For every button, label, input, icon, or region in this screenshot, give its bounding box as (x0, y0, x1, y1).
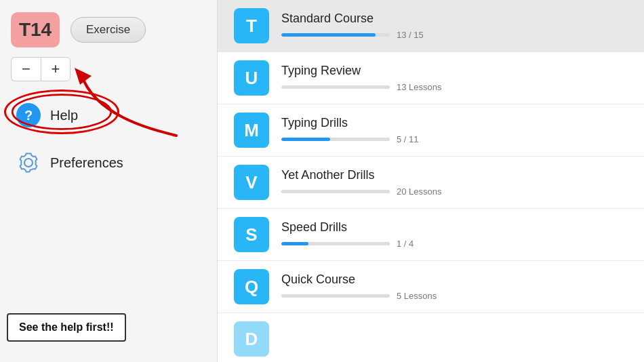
course-name: Quick Course (281, 273, 628, 287)
course-info: Speed Drills1 / 4 (281, 220, 628, 249)
course-info: Quick Course5 Lessons (281, 273, 628, 301)
course-info: Yet Another Drills20 Lessons (281, 168, 628, 197)
progress-label: 13 Lessons (397, 82, 442, 92)
course-list-item[interactable]: VYet Another Drills20 Lessons (218, 157, 644, 209)
t14-badge: T14 (11, 12, 60, 47)
course-name: Typing Review (281, 64, 628, 78)
progress-container: 5 / 11 (281, 134, 628, 144)
exercise-button[interactable]: Exercise (71, 17, 146, 43)
course-name: Standard Course (281, 12, 628, 26)
stepper-row: − + (11, 57, 206, 81)
course-info: Typing Review13 Lessons (281, 64, 628, 92)
progress-bar-background (281, 190, 390, 193)
progress-label: 5 / 11 (397, 134, 419, 144)
left-panel: T14 Exercise − + ? Help Preferences See … (0, 0, 217, 362)
course-list-item[interactable]: UTyping Review13 Lessons (218, 52, 644, 104)
course-name: Yet Another Drills (281, 168, 628, 182)
course-letter-badge: Q (234, 269, 269, 304)
course-list-item[interactable]: SSpeed Drills1 / 4 (218, 209, 644, 261)
course-list-item[interactable]: QQuick Course5 Lessons (218, 261, 644, 313)
increment-button[interactable]: + (41, 57, 71, 81)
decrement-button[interactable]: − (11, 57, 41, 81)
course-list-item[interactable]: D (218, 313, 644, 362)
gear-icon (16, 150, 41, 175)
help-menu-item[interactable]: ? Help (11, 96, 206, 134)
course-info (281, 337, 628, 341)
course-name: Typing Drills (281, 116, 628, 130)
help-label: Help (50, 108, 78, 123)
progress-container: 20 Lessons (281, 186, 628, 197)
progress-container: 13 / 15 (281, 30, 628, 40)
course-letter-badge: S (234, 217, 269, 252)
course-list: TStandard Course13 / 15UTyping Review13 … (217, 0, 644, 362)
preferences-menu-item[interactable]: Preferences (11, 144, 206, 182)
progress-label: 13 / 15 (397, 30, 424, 40)
progress-bar-background (281, 85, 390, 89)
preferences-label: Preferences (50, 155, 123, 171)
course-letter-badge: U (234, 60, 269, 96)
help-container: ? Help (11, 96, 206, 134)
progress-label: 5 Lessons (397, 291, 437, 301)
progress-bar-fill (281, 138, 330, 141)
progress-bar-background (281, 242, 390, 245)
course-list-item[interactable]: MTyping Drills5 / 11 (218, 104, 644, 157)
top-row: T14 Exercise (11, 12, 206, 47)
course-info: Typing Drills5 / 11 (281, 116, 628, 144)
progress-bar-fill (281, 33, 376, 37)
progress-bar-fill (281, 242, 308, 245)
progress-bar-background (281, 33, 390, 37)
callout-box: See the help first!! (7, 313, 126, 342)
course-list-item[interactable]: TStandard Course13 / 15 (218, 0, 644, 52)
progress-container: 5 Lessons (281, 291, 628, 301)
course-name: Speed Drills (281, 220, 628, 235)
course-info: Standard Course13 / 15 (281, 12, 628, 40)
course-letter-badge: M (234, 113, 269, 148)
course-letter-badge: D (234, 321, 269, 357)
progress-label: 20 Lessons (397, 186, 442, 197)
progress-bar-background (281, 138, 390, 141)
progress-container: 1 / 4 (281, 239, 628, 249)
progress-bar-background (281, 294, 390, 298)
progress-container: 13 Lessons (281, 82, 628, 92)
course-letter-badge: T (234, 8, 269, 43)
progress-label: 1 / 4 (397, 239, 414, 249)
help-icon: ? (16, 103, 41, 127)
course-letter-badge: V (234, 165, 269, 200)
